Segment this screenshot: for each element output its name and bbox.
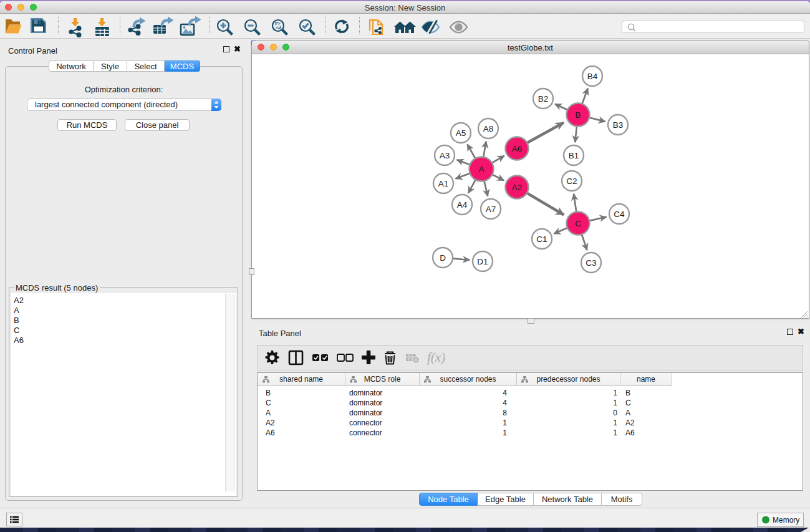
svg-text:A3: A3 [440,151,450,160]
svg-text:C4: C4 [614,210,625,219]
svg-text:A6: A6 [512,144,523,153]
svg-text:B: B [575,110,581,120]
svg-text:A1: A1 [438,179,449,188]
svg-text:D: D [440,253,446,263]
svg-text:D1: D1 [477,257,488,266]
svg-text:C3: C3 [586,258,596,268]
svg-text:C2: C2 [566,177,577,186]
svg-text:A7: A7 [486,205,496,214]
svg-text:A5: A5 [456,128,466,138]
svg-text:f(x): f(x) [427,350,445,365]
svg-text:B4: B4 [587,72,598,81]
svg-text:A4: A4 [457,200,468,210]
svg-text:A8: A8 [483,124,494,133]
svg-text:A2: A2 [512,183,523,192]
svg-text:B3: B3 [613,120,624,130]
svg-text:B2: B2 [538,94,549,104]
svg-text:C1: C1 [536,235,547,244]
svg-text:C: C [575,219,581,228]
svg-text:A: A [478,165,484,174]
svg-text:Memory: Memory [773,516,799,525]
svg-text:B1: B1 [569,151,579,160]
